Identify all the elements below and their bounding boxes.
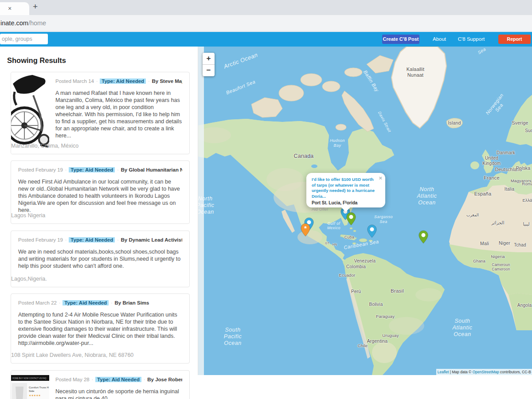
results-panel: Showing Results [0,47,198,399]
attribution-suffix: contributors, CC-B [499,370,531,374]
browser-tab[interactable]: × [0,2,29,15]
post-type-badge: Type: Aid Needed [63,300,109,305]
post-date: Posted May 28 [55,377,90,382]
marker-atlantic-green[interactable] [419,230,429,246]
post-type-badge: Type: Aid Needed [69,237,115,243]
post-date: Posted February 19 [18,237,63,243]
attribution-text: | Map data © [449,370,472,374]
post-type-badge: Type: Aid Needed [100,78,146,84]
post-author: By Dynamic Lead Activists [121,237,182,243]
map-popup: × I'd like to offer $100 USD worth of ta… [306,173,385,207]
leaflet-link[interactable]: Leaflet [438,370,449,374]
app-header: Create C'8 Post About C'8 Support Report… [0,32,532,47]
post-body: Necesito un cinturón de soporte de herni… [55,388,182,399]
post-author: By Steve Major [152,78,182,84]
new-tab-icon[interactable]: + [33,2,38,12]
nav-support[interactable]: C'8 Support [458,32,485,47]
marker-bahamas-green[interactable] [346,212,356,227]
post-link[interactable]: http://airmobile.org/water-pur... [18,340,182,347]
post-meta: Posted February 19·Type: Aid Needed·By G… [18,167,182,172]
post-author: By Jose Roberto Gar... [147,377,182,382]
post-card[interactable]: Posted February 19·Type: Aid Needed·By D… [11,231,190,287]
zoom-in-button[interactable]: + [203,53,215,64]
zoom-out-button[interactable]: − [203,64,215,76]
post-meta: Posted May 28·Type: Aid Needed·By Jose R… [55,377,182,382]
post-author: By Brian Sims [114,300,149,305]
post-meta: Posted March 22·Type: Aid Needed·By Bria… [18,300,182,305]
post-meta: Posted March 14·Type: Aid Needed·By Stev… [55,78,182,84]
post-card[interactable]: Posted March 14·Type: Aid Needed·By Stev… [11,72,190,154]
url-domain: inate.com [0,20,28,27]
map-zoom-control: + − [203,53,215,76]
post-body: We are in need school materials,books,sc… [18,248,182,270]
marker-mexico-orange-cluster[interactable]: * [301,223,311,239]
popup-offer-text[interactable]: I'd like to offer $100 USD worth of tarp… [312,177,378,199]
post-body: We need First Aid Ambulance in our local… [18,178,182,214]
post-location: Lagos Nigeria [11,212,45,219]
browser-tab-strip: × + [0,0,532,15]
post-body: A man named Rafael that I have known her… [55,90,182,139]
popup-close-icon[interactable]: × [379,175,382,181]
address-bar[interactable]: inate.com/home [0,15,532,31]
post-type-badge: Type: Aid Needed [69,167,115,172]
post-card[interactable]: HOME BUY NOW CONTACT US FAQ Comfort Trus… [11,370,190,399]
post-location: Manzanillo, Colima, México [11,143,78,149]
post-type-badge: Type: Aid Needed [95,377,141,382]
results-heading: Showing Results [7,56,66,65]
post-card[interactable]: Posted February 19·Type: Aid Needed·By G… [11,160,190,224]
post-location: Lagos,Nigeria. [11,276,47,282]
map-attribution: Leaflet | Map data © OpenStreetMap contr… [436,369,532,375]
post-meta: Posted February 19·Type: Aid Needed·By D… [18,237,182,243]
svg-text:*: * [304,224,307,232]
url-path: /home [28,20,46,27]
marker-caribbean-blue[interactable] [367,224,377,240]
nav-about[interactable]: About [430,32,449,47]
leaflet-map[interactable]: Arctic OceanBeaufort SeaBaffin BayDavis … [198,47,532,375]
osm-link[interactable]: OpenStreetMap [473,370,499,374]
browser-window: × + inate.com/home Create C'8 Post About… [0,0,532,399]
post-author: By Global Humanitarian Network [121,167,182,172]
post-date: Posted March 22 [18,300,57,305]
tab-close-icon[interactable]: × [8,5,12,12]
report-abuses-button[interactable]: Report Abuses [498,35,531,44]
search-input[interactable] [0,34,48,44]
post-date: Posted February 19 [18,167,63,172]
post-card[interactable]: Posted March 22·Type: Aid Needed·By Bria… [11,293,190,364]
post-location: 108 Spirit Lake Dwellers Ave, Niobrara, … [11,352,133,358]
post-date: Posted March 14 [55,78,94,84]
post-body: Attempting to fund 2-4 Air Mobile Rescue… [18,311,182,340]
create-post-button[interactable]: Create C'8 Post [382,35,419,44]
unloaded-tile-strip [198,47,204,375]
